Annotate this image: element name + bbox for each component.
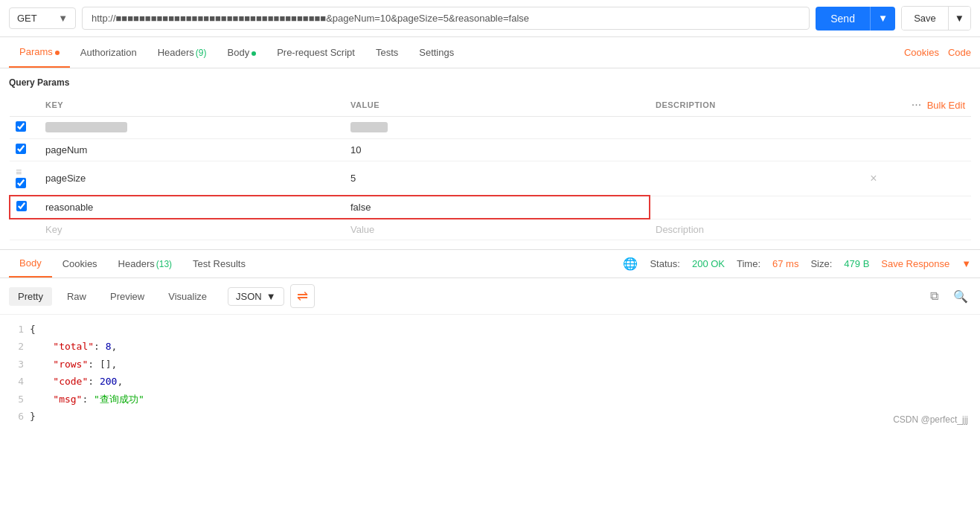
row3-delete-button[interactable]: × <box>870 172 877 185</box>
code-line-3: "rows": [], <box>30 356 971 373</box>
response-code-container: 1 2 3 4 5 6 { "total": 8, "rows": [], "c… <box>0 315 980 431</box>
table-row <box>10 117 971 139</box>
size-label: Size: <box>810 258 832 269</box>
row1-desc-cell <box>650 117 864 139</box>
params-table-wrapper: KEY VALUE DESCRIPTION ··· Bulk Edit <box>9 94 971 240</box>
col-value-header: VALUE <box>345 94 650 117</box>
top-bar: GET ▼ Send ▼ Save ▼ <box>0 0 980 37</box>
watermark: CSDN @perfect_jjj <box>893 414 968 425</box>
method-select[interactable]: GET ▼ <box>9 7 76 29</box>
table-row <box>10 196 971 219</box>
response-tab-test-results[interactable]: Test Results <box>182 251 256 277</box>
row1-checkbox[interactable] <box>16 121 26 132</box>
row2-key-cell <box>39 139 345 161</box>
response-meta: 🌐 Status: 200 OK Time: 67 ms Size: 479 B… <box>623 257 971 271</box>
params-header-row: KEY VALUE DESCRIPTION ··· Bulk Edit <box>10 94 971 117</box>
cookies-link[interactable]: Cookies <box>904 47 939 58</box>
method-label: GET <box>17 13 37 24</box>
row3-value-input[interactable] <box>350 173 644 184</box>
empty-desc-input[interactable] <box>656 224 858 235</box>
code-line-2: "total": 8, <box>30 338 971 355</box>
empty-desc-cell <box>650 219 864 240</box>
copy-button[interactable]: ⧉ <box>927 286 941 306</box>
format-raw[interactable]: Raw <box>58 287 95 306</box>
response-tabs-row: Body Cookies Headers(13) Test Results 🌐 … <box>0 250 980 278</box>
row2-checkbox[interactable] <box>16 144 26 154</box>
url-input[interactable] <box>82 7 810 30</box>
wrap-button[interactable]: ⇌ <box>290 284 315 308</box>
body-dot <box>252 51 256 56</box>
request-tabs-row: Params Authorization Headers(9) Body Pre… <box>0 37 980 68</box>
row1-key-cell <box>39 117 345 139</box>
row4-check-cell <box>10 196 39 219</box>
row4-action-cell <box>864 196 971 219</box>
tab-settings[interactable]: Settings <box>409 38 464 67</box>
drag-handle-icon[interactable]: ≡ <box>16 166 22 178</box>
search-button[interactable]: 🔍 <box>950 286 971 307</box>
tab-body[interactable]: Body <box>217 38 267 67</box>
empty-key-cell <box>39 219 345 240</box>
row4-checkbox[interactable] <box>16 201 27 211</box>
response-tab-cookies[interactable]: Cookies <box>52 251 108 277</box>
row1-check-cell <box>10 117 39 139</box>
row2-value-input[interactable] <box>350 144 644 155</box>
method-chevron-icon: ▼ <box>58 13 68 24</box>
row4-desc-input[interactable] <box>656 202 858 213</box>
tab-tests[interactable]: Tests <box>365 38 409 67</box>
response-right-icons: ⧉ 🔍 <box>927 286 971 307</box>
row4-value-cell <box>345 196 650 219</box>
tab-prerequest[interactable]: Pre-request Script <box>266 38 365 67</box>
response-section: Body Cookies Headers(13) Test Results 🌐 … <box>0 249 980 431</box>
globe-icon: 🌐 <box>623 257 638 271</box>
status-value: 200 OK <box>692 258 725 269</box>
row2-check-cell <box>10 139 39 161</box>
bulk-edit-button[interactable]: Bulk Edit <box>927 100 965 111</box>
response-tab-headers[interactable]: Headers(13) <box>108 251 182 277</box>
more-options-button[interactable]: ··· <box>909 98 924 112</box>
row1-action-cell <box>864 117 971 139</box>
col-check-header <box>10 94 39 117</box>
row3-key-cell <box>39 161 345 196</box>
row3-checkbox[interactable] <box>16 178 26 188</box>
row4-key-input[interactable] <box>45 202 339 213</box>
send-dropdown-button[interactable]: ▼ <box>870 7 895 31</box>
save-response-dropdown-icon[interactable]: ▼ <box>961 258 971 269</box>
empty-action-cell <box>864 219 971 240</box>
format-pretty[interactable]: Pretty <box>9 287 52 306</box>
row3-action-cell: × <box>864 161 971 196</box>
save-dropdown-button[interactable]: ▼ <box>948 7 970 30</box>
send-button[interactable]: Send <box>816 7 870 31</box>
row3-key-input[interactable] <box>45 173 339 184</box>
save-button[interactable]: Save <box>902 7 948 30</box>
status-label: Status: <box>650 258 679 269</box>
empty-value-input[interactable] <box>350 224 644 235</box>
params-dot <box>55 51 60 55</box>
format-visualize[interactable]: Visualize <box>159 287 216 306</box>
send-btn-group: Send ▼ <box>816 7 895 31</box>
row4-value-input[interactable] <box>350 202 643 213</box>
line-numbers: 1 2 3 4 5 6 <box>9 321 24 425</box>
row2-desc-input[interactable] <box>656 144 858 155</box>
tab-headers[interactable]: Headers(9) <box>147 38 217 67</box>
table-row: ≡ × <box>10 161 971 196</box>
time-label: Time: <box>737 258 760 269</box>
row3-check-cell: ≡ <box>10 161 39 196</box>
empty-key-input[interactable] <box>45 224 339 235</box>
size-value: 479 B <box>844 258 869 269</box>
row3-desc-input[interactable] <box>656 173 858 184</box>
tab-params[interactable]: Params <box>9 37 70 68</box>
response-tab-body[interactable]: Body <box>9 250 52 278</box>
code-link[interactable]: Code <box>948 47 971 58</box>
tab-authorization[interactable]: Authorization <box>70 38 147 67</box>
json-format-dropdown[interactable]: JSON ▼ <box>228 287 284 306</box>
row1-value-blurred <box>350 122 388 132</box>
save-response-button[interactable]: Save Response <box>881 258 949 269</box>
row1-value-cell <box>345 117 650 139</box>
row1-key-blurred <box>45 122 127 132</box>
empty-check-cell <box>10 219 39 240</box>
row4-key-cell <box>39 196 345 219</box>
request-tab-right: Cookies Code <box>904 47 971 58</box>
headers-badge: (9) <box>196 48 207 58</box>
format-preview[interactable]: Preview <box>101 287 153 306</box>
row2-key-input[interactable] <box>45 144 339 155</box>
